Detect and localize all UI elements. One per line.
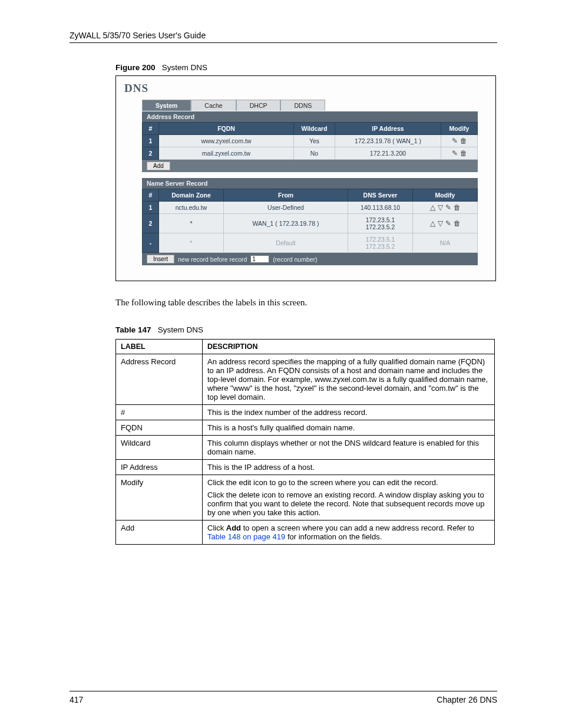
col-modify: Modify — [413, 189, 478, 202]
table-row: - * Default 172.23.5.1 172.23.5.2 N/A — [143, 233, 478, 253]
chapter-label: Chapter 26 DNS — [437, 695, 497, 704]
table-row: FQDN This is a host's fully qualified do… — [116, 420, 495, 436]
section-name-server-record: Name Server Record — [142, 178, 478, 189]
cell-zone: * — [159, 233, 224, 253]
label-cell: # — [116, 405, 203, 420]
delete-icon[interactable]: 🗑 — [454, 203, 461, 212]
desc-cell: An address record specifies the mapping … — [203, 354, 495, 405]
add-button[interactable]: Add — [147, 162, 170, 170]
figure-caption: Figure 200 System DNS — [115, 63, 497, 72]
cell-modify: △ ▽ ✎ 🗑 — [413, 202, 478, 214]
edit-icon[interactable]: ✎ — [452, 137, 458, 145]
cell-fqdn: mail.zyxel.com.tw — [159, 147, 294, 160]
intro-text: The following table describes the labels… — [115, 298, 497, 308]
cell-server: 140.113.68.10 — [348, 202, 413, 214]
doc-header: ZyWALL 5/35/70 Series User's Guide — [70, 31, 497, 40]
move-down-icon[interactable]: ▽ — [438, 203, 443, 212]
th-desc: DESCRIPTION — [203, 340, 495, 354]
desc-bold: Add — [226, 523, 241, 532]
record-number-input[interactable] — [250, 255, 269, 263]
label-cell: Modify — [116, 475, 203, 521]
table-row: 2 * WAN_1 ( 172.23.19.78 ) 172.23.5.1 17… — [143, 214, 478, 233]
delete-icon[interactable]: 🗑 — [460, 149, 467, 157]
col-wildcard: Wildcard — [294, 123, 335, 135]
cell-modify: △ ▽ ✎ 🗑 — [413, 214, 478, 233]
panel-title: DNS — [124, 82, 487, 95]
edit-icon[interactable]: ✎ — [445, 219, 451, 228]
desc-cell: This is the index number of the address … — [203, 405, 495, 420]
label-cell: IP Address — [116, 460, 203, 475]
table-label: Table 147 — [115, 325, 151, 334]
cell-modify-na: N/A — [413, 233, 478, 253]
move-up-icon[interactable]: △ — [430, 203, 435, 212]
desc-line: Click the edit icon to go to the screen … — [207, 478, 490, 487]
desc-cell: Click Add to open a screen where you can… — [203, 521, 495, 545]
col-ip: IP Address — [335, 123, 441, 135]
cell-from: User-Defined — [224, 202, 348, 214]
table-row: Modify Click the edit icon to go to the … — [116, 475, 495, 521]
table-row: Wildcard This column displays whether or… — [116, 436, 495, 460]
section-address-record: Address Record — [142, 111, 478, 122]
tab-system[interactable]: System — [142, 100, 191, 111]
cell-ip: 172.23.19.78 ( WAN_1 ) — [335, 135, 441, 147]
table-row: Address Record An address record specifi… — [116, 354, 495, 405]
col-from: From — [224, 189, 348, 202]
cell-ip: 172.21.3.200 — [335, 147, 441, 160]
th-label: LABEL — [116, 340, 203, 354]
cell-zone: * — [159, 214, 224, 233]
cell-wildcard: No — [294, 147, 335, 160]
cell-server: 172.23.5.1 172.23.5.2 — [348, 214, 413, 233]
tab-row: System Cache DHCP DDNS — [142, 100, 487, 111]
table-row: 1 nctu.edu.tw User-Defined 140.113.68.10… — [143, 202, 478, 214]
col-fqdn: FQDN — [159, 123, 294, 135]
screenshot-figure: DNS System Cache DHCP DDNS Address Recor… — [115, 75, 496, 281]
edit-icon[interactable]: ✎ — [452, 149, 458, 157]
page-footer: 417 Chapter 26 DNS — [70, 691, 497, 704]
table-row: IP Address This is the IP address of a h… — [116, 460, 495, 475]
insert-button[interactable]: Insert — [147, 255, 174, 263]
col-num: # — [143, 189, 159, 202]
add-bar: Add — [142, 160, 478, 172]
row-index: 2 — [143, 147, 159, 160]
tab-dhcp[interactable]: DHCP — [236, 100, 281, 111]
insert-bar: Insert new record before record (record … — [142, 253, 478, 265]
cell-modify: ✎ 🗑 — [441, 147, 478, 160]
table-row: # This is the index number of the addres… — [116, 405, 495, 420]
name-server-table: # Domain Zone From DNS Server Modify 1 n… — [142, 189, 478, 253]
header-rule — [70, 42, 497, 43]
figure-label: Figure 200 — [115, 63, 156, 72]
insert-text-b: (record number) — [273, 256, 317, 263]
desc-line: Click the delete icon to remove an exist… — [207, 490, 490, 517]
col-num: # — [143, 123, 159, 135]
table-row: 1 www.zyxel.com.tw Yes 172.23.19.78 ( WA… — [143, 135, 478, 147]
cell-from: Default — [224, 233, 348, 253]
row-index: 2 — [143, 214, 159, 233]
tab-cache[interactable]: Cache — [191, 100, 236, 111]
label-cell: Address Record — [116, 354, 203, 405]
cell-server: 172.23.5.1 172.23.5.2 — [348, 233, 413, 253]
label-cell: Add — [116, 521, 203, 545]
address-record-table: # FQDN Wildcard IP Address Modify 1 www.… — [142, 122, 478, 160]
figure-title: System DNS — [162, 63, 207, 72]
delete-icon[interactable]: 🗑 — [454, 219, 461, 228]
table-row: Add Click Add to open a screen where you… — [116, 521, 495, 545]
table-row: 2 mail.zyxel.com.tw No 172.21.3.200 ✎ 🗑 — [143, 147, 478, 160]
row-index: 1 — [143, 202, 159, 214]
col-modify: Modify — [441, 123, 478, 135]
move-up-icon[interactable]: △ — [430, 219, 435, 228]
move-down-icon[interactable]: ▽ — [438, 219, 443, 228]
label-cell: FQDN — [116, 420, 203, 436]
table-caption: Table 147 System DNS — [115, 325, 497, 334]
tab-ddns[interactable]: DDNS — [280, 100, 325, 111]
desc-text: Click — [207, 523, 226, 532]
cell-from: WAN_1 ( 172.23.19.78 ) — [224, 214, 348, 233]
edit-icon[interactable]: ✎ — [445, 203, 451, 212]
row-index: 1 — [143, 135, 159, 147]
desc-cell: This is the IP address of a host. — [203, 460, 495, 475]
labels-table: LABEL DESCRIPTION Address Record An addr… — [115, 339, 495, 545]
delete-icon[interactable]: 🗑 — [460, 137, 467, 145]
cross-ref-link[interactable]: Table 148 on page 419 — [207, 532, 285, 541]
desc-cell: This column displays whether or not the … — [203, 436, 495, 460]
col-zone: Domain Zone — [159, 189, 224, 202]
cell-modify: ✎ 🗑 — [441, 135, 478, 147]
